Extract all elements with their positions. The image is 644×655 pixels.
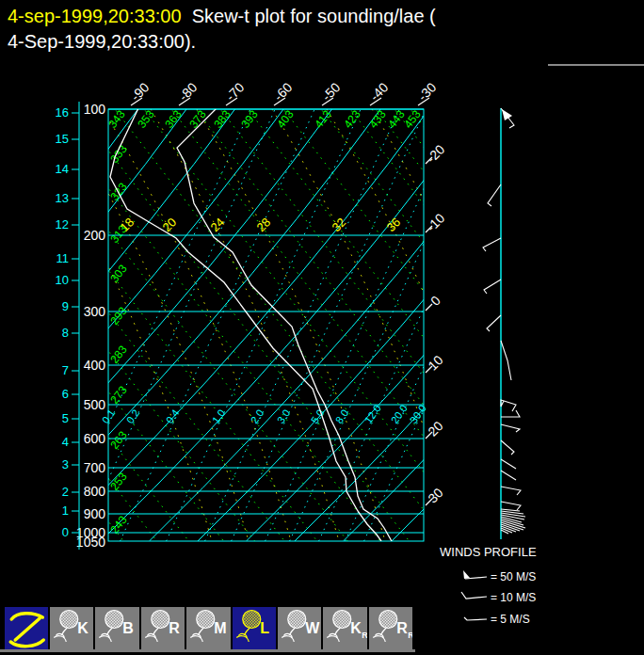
svg-text:13: 13 [56, 191, 69, 205]
app-window: 4-sep-1999,20:33:00 Skew-t plot for soun… [0, 0, 644, 655]
wind-barb [501, 424, 520, 432]
wind-barb [501, 410, 520, 417]
svg-text:28: 28 [254, 215, 274, 234]
pressure-axis-labels: 10020030040050060070080090010001050 [76, 102, 105, 550]
wind-barb [483, 238, 501, 251]
toolbar-button-letter: R [396, 620, 408, 636]
wind-barb [487, 315, 501, 331]
balloon-icon: K [50, 607, 94, 649]
balloon-icon: R [141, 607, 185, 649]
svg-text:5: 5 [62, 411, 69, 425]
sounding-traces [110, 108, 392, 541]
svg-text:8.0: 8.0 [333, 407, 351, 425]
wind-barb [501, 502, 521, 510]
svg-text:1.0: 1.0 [210, 407, 228, 425]
skewt-plot: 2432532632732832933033133233333433533633… [0, 0, 644, 655]
svg-text:14: 14 [56, 162, 69, 176]
svg-text:8: 8 [62, 326, 69, 340]
toolbar-button-letter: W [305, 620, 320, 636]
svg-text:403: 403 [274, 107, 297, 131]
toolbar-button-sounding-rr[interactable]: RR [369, 607, 413, 649]
toolbar-button-sounding-k[interactable]: K [50, 607, 94, 649]
svg-text:30.0: 30.0 [408, 403, 428, 425]
wind-barb [501, 400, 516, 411]
svg-text:-30: -30 [415, 80, 440, 104]
svg-text:200: 200 [84, 228, 106, 243]
svg-text:9: 9 [62, 299, 69, 313]
svg-text:300: 300 [84, 304, 106, 319]
wind-barb [501, 487, 521, 495]
toolbar-button-sounding-m[interactable]: M [186, 607, 231, 649]
plot-line-field [0, 105, 644, 541]
toolbar: KBRMLWKRRR [0, 607, 644, 655]
svg-text:800: 800 [84, 484, 106, 499]
svg-text:7: 7 [62, 363, 69, 377]
top-temperature-labels: -90-80-70-60-50-40-30 [128, 80, 440, 105]
svg-text:900: 900 [84, 506, 106, 521]
zebra-logo-icon [5, 607, 49, 649]
toolbar-bottom-strip [0, 649, 415, 652]
svg-text:0: 0 [62, 525, 69, 539]
svg-text:12: 12 [56, 217, 69, 232]
svg-text:303: 303 [107, 262, 130, 285]
svg-text:15: 15 [56, 132, 69, 146]
svg-text:3: 3 [62, 457, 69, 471]
svg-text:0.4: 0.4 [164, 407, 182, 425]
svg-text:16: 16 [56, 105, 69, 120]
balloon-icon: KR [323, 607, 367, 649]
plot-line-labels: 2432532632732832933033133233333433533633… [100, 107, 428, 536]
balloon-icon: B [95, 607, 139, 649]
toolbar-button-letter: R [169, 620, 180, 636]
wind-barb [488, 184, 501, 206]
svg-text:363: 363 [162, 107, 185, 131]
balloon-icon: L [233, 607, 277, 649]
balloon-icon: RR [369, 607, 413, 649]
svg-text:-70: -70 [223, 80, 248, 104]
legend-item-label: = 50 M/S [491, 570, 536, 583]
legend-item-label: = 10 M/S [491, 591, 536, 604]
wind-barb [501, 459, 516, 469]
svg-text:1050: 1050 [76, 535, 105, 550]
svg-text:400: 400 [84, 358, 106, 373]
svg-text:11: 11 [56, 251, 70, 265]
wind-barb [501, 341, 511, 380]
wind-barb [501, 471, 516, 480]
svg-text:36: 36 [384, 215, 404, 234]
toolbar-button-subscript: R [362, 631, 367, 640]
svg-text:10: 10 [56, 273, 69, 287]
toolbar-button-subscript: R [408, 631, 412, 640]
balloon-icon: M [186, 607, 231, 649]
balloon-icon: W [278, 607, 322, 649]
toolbar-button-sounding-kr[interactable]: KR [323, 607, 367, 649]
svg-text:2.0: 2.0 [249, 407, 266, 425]
toolbar-button-sounding-r[interactable]: R [141, 607, 185, 649]
svg-text:4: 4 [62, 435, 69, 449]
svg-text:1: 1 [62, 503, 69, 518]
svg-text:453: 453 [401, 107, 424, 131]
wind-barb-flag [502, 109, 512, 120]
toolbar-button-sounding-b[interactable]: B [95, 607, 139, 649]
toolbar-button-letter: M [214, 620, 226, 636]
toolbar-button-letter: K [351, 620, 362, 636]
toolbar-button-zebra-logo[interactable] [5, 607, 49, 649]
svg-text:0.2: 0.2 [124, 407, 142, 425]
svg-text:-90: -90 [128, 80, 153, 104]
toolbar-button-sounding-l[interactable]: L [233, 607, 277, 649]
svg-text:433: 433 [366, 107, 389, 131]
wind-barb [484, 280, 501, 294]
svg-text:5.0: 5.0 [309, 407, 327, 425]
svg-text:600: 600 [84, 431, 106, 446]
svg-text:100: 100 [84, 102, 106, 117]
svg-text:-50: -50 [319, 80, 344, 104]
svg-text:-40: -40 [367, 80, 392, 104]
svg-text:273: 273 [107, 383, 130, 407]
right-temperature-labels: -20-100102030 [424, 142, 448, 506]
wind-profile [483, 108, 525, 539]
svg-text:20: 20 [160, 215, 180, 234]
wind-barb [501, 440, 514, 455]
toolbar-button-sounding-w[interactable]: W [278, 607, 322, 649]
height-axis: 161514131211109876543210 [56, 102, 79, 550]
toolbar-button-letter: K [77, 620, 89, 636]
svg-text:393: 393 [238, 107, 261, 131]
svg-text:-60: -60 [271, 80, 296, 104]
